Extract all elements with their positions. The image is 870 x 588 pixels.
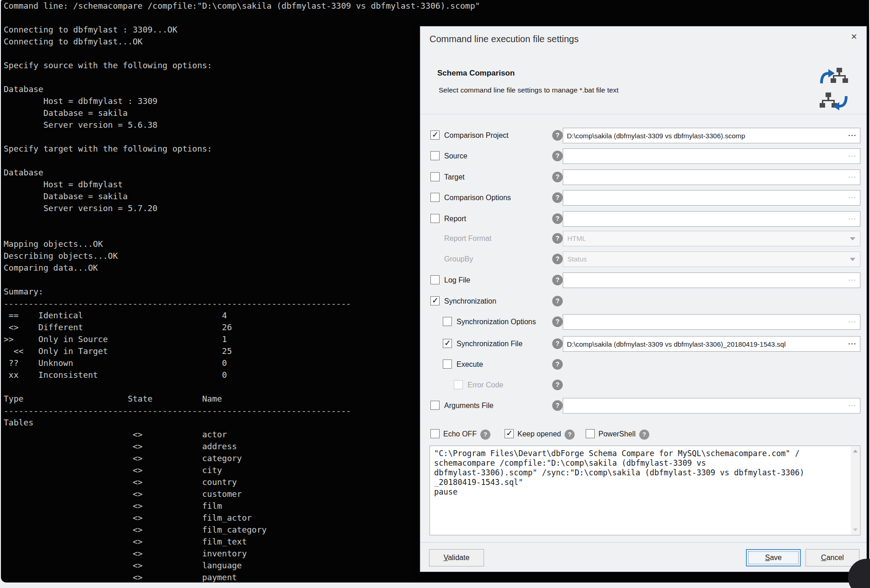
echo-off-text: Echo OFF bbox=[443, 430, 477, 438]
row-report: Report ? ... bbox=[420, 211, 866, 227]
target-label: Target bbox=[444, 169, 464, 185]
source-checkbox[interactable] bbox=[430, 151, 440, 160]
execute-checkbox[interactable] bbox=[443, 359, 452, 369]
report-format-combobox: HTML bbox=[563, 231, 860, 246]
browse-button[interactable]: ... bbox=[848, 171, 857, 179]
scroll-down-icon[interactable] bbox=[853, 528, 858, 531]
log-file-checkbox[interactable] bbox=[430, 275, 440, 284]
synchronization-file-input[interactable] bbox=[563, 336, 860, 352]
help-icon[interactable]: ? bbox=[552, 233, 563, 244]
report-label: Report bbox=[444, 211, 466, 227]
terminal-output: Command line: /schemacompare /compfile:"… bbox=[4, 0, 480, 583]
arguments-file-label: Arguments File bbox=[444, 398, 494, 414]
row-comparison-project: Comparison Project ? ... bbox=[420, 128, 866, 143]
target-input[interactable] bbox=[563, 169, 860, 185]
target-checkbox[interactable] bbox=[430, 172, 440, 181]
help-icon[interactable]: ? bbox=[552, 400, 563, 411]
help-icon[interactable]: ? bbox=[552, 151, 563, 161]
synchronization-options-label: Synchronization Options bbox=[457, 314, 536, 330]
help-icon[interactable]: ? bbox=[552, 316, 563, 327]
synchronization-options-checkbox[interactable] bbox=[443, 317, 452, 326]
synchronization-file-label: Synchronization File bbox=[457, 336, 522, 352]
chevron-down-icon bbox=[850, 258, 855, 261]
row-report-format: Report Format ? HTML bbox=[420, 231, 866, 246]
help-icon[interactable]: ? bbox=[480, 430, 490, 440]
echo-off-label: Echo OFF? bbox=[443, 426, 490, 442]
help-icon[interactable]: ? bbox=[552, 380, 563, 390]
execute-label: Execute bbox=[457, 357, 483, 372]
browse-button[interactable]: ... bbox=[848, 150, 857, 158]
comparison-project-label: Comparison Project bbox=[444, 128, 509, 143]
groupby-combobox: Status bbox=[563, 251, 860, 267]
echo-off-checkbox[interactable] bbox=[430, 429, 440, 438]
help-icon[interactable]: ? bbox=[552, 213, 563, 224]
bat-file-text: "C:\Program Files\Devart\dbForge Schema … bbox=[434, 449, 848, 533]
scroll-up-icon[interactable] bbox=[853, 450, 858, 452]
browse-button[interactable]: ... bbox=[848, 213, 857, 221]
row-synchronization-options: Synchronization Options ? ... bbox=[420, 314, 866, 330]
help-icon[interactable]: ? bbox=[552, 192, 563, 203]
help-icon[interactable]: ? bbox=[552, 359, 563, 370]
validate-rest: alidate bbox=[448, 554, 469, 561]
log-file-label: Log File bbox=[444, 272, 470, 288]
close-icon[interactable]: ✕ bbox=[847, 30, 861, 44]
log-file-input[interactable] bbox=[563, 272, 860, 288]
report-checkbox[interactable] bbox=[430, 214, 440, 223]
browse-button[interactable]: ... bbox=[848, 192, 857, 200]
report-format-label: Report Format bbox=[444, 231, 491, 246]
save-rest: ave bbox=[770, 554, 782, 561]
bat-file-textarea[interactable]: "C:\Program Files\Devart\dbForge Schema … bbox=[430, 446, 860, 535]
help-icon[interactable]: ? bbox=[639, 430, 649, 440]
powershell-text: PowerShell bbox=[598, 430, 636, 438]
dialog-subtitle: Select command line file settings to man… bbox=[439, 86, 619, 94]
help-icon[interactable]: ? bbox=[552, 275, 563, 285]
cancel-rest: ancel bbox=[826, 554, 844, 561]
arguments-file-checkbox[interactable] bbox=[430, 401, 440, 410]
row-bat-options: Echo OFF? Keep opened? PowerShell? bbox=[420, 426, 866, 442]
browse-button[interactable]: ... bbox=[848, 338, 857, 346]
source-input[interactable] bbox=[563, 148, 860, 164]
synchronization-file-checkbox[interactable] bbox=[443, 339, 452, 348]
comparison-options-checkbox[interactable] bbox=[430, 193, 440, 202]
save-button[interactable]: Save bbox=[746, 549, 801, 566]
comparison-project-checkbox[interactable] bbox=[430, 131, 440, 140]
keep-opened-checkbox[interactable] bbox=[505, 429, 514, 438]
help-icon[interactable]: ? bbox=[552, 296, 563, 306]
row-arguments-file: Arguments File ? ... bbox=[420, 398, 866, 414]
arguments-file-input[interactable] bbox=[563, 398, 860, 414]
schema-comparison-heading: Schema Comparison bbox=[437, 69, 515, 78]
cancel-button[interactable]: Cancel bbox=[805, 549, 859, 566]
screenshot-root: Command line: /schemacompare /compfile:"… bbox=[0, 0, 870, 588]
help-icon[interactable]: ? bbox=[552, 130, 563, 141]
comparison-project-input[interactable] bbox=[563, 128, 860, 143]
error-code-checkbox bbox=[454, 380, 463, 389]
powershell-checkbox[interactable] bbox=[586, 429, 595, 438]
row-log-file: Log File ? ... bbox=[420, 272, 866, 288]
browse-button[interactable]: ... bbox=[848, 130, 857, 137]
help-icon[interactable]: ? bbox=[565, 430, 575, 440]
header-divider bbox=[420, 114, 866, 114]
cancel-mnemonic: C bbox=[821, 554, 826, 561]
browse-button[interactable]: ... bbox=[848, 274, 857, 282]
schema-compare-icon bbox=[820, 67, 848, 114]
row-execute: Execute ? bbox=[420, 357, 866, 372]
comparison-options-input[interactable] bbox=[563, 190, 860, 206]
keep-opened-text: Keep opened bbox=[517, 430, 561, 438]
help-icon[interactable]: ? bbox=[552, 172, 563, 182]
textarea-scrollbar[interactable] bbox=[851, 446, 859, 534]
keep-opened-label: Keep opened? bbox=[517, 426, 575, 442]
chevron-down-icon bbox=[850, 237, 855, 240]
source-label: Source bbox=[444, 148, 468, 164]
browse-button[interactable]: ... bbox=[848, 316, 857, 324]
browse-button[interactable]: ... bbox=[848, 400, 857, 408]
help-icon[interactable]: ? bbox=[552, 338, 563, 349]
row-synchronization: Synchronization ? bbox=[420, 294, 866, 309]
help-icon[interactable]: ? bbox=[552, 254, 563, 264]
validate-button[interactable]: Validate bbox=[429, 549, 484, 566]
comparison-options-label: Comparison Options bbox=[444, 190, 511, 206]
report-input[interactable] bbox=[563, 211, 860, 227]
row-groupby: GroupBy ? Status bbox=[420, 251, 866, 267]
synchronization-checkbox[interactable] bbox=[430, 296, 440, 305]
synchronization-label: Synchronization bbox=[444, 294, 496, 309]
synchronization-options-input[interactable] bbox=[563, 314, 860, 330]
